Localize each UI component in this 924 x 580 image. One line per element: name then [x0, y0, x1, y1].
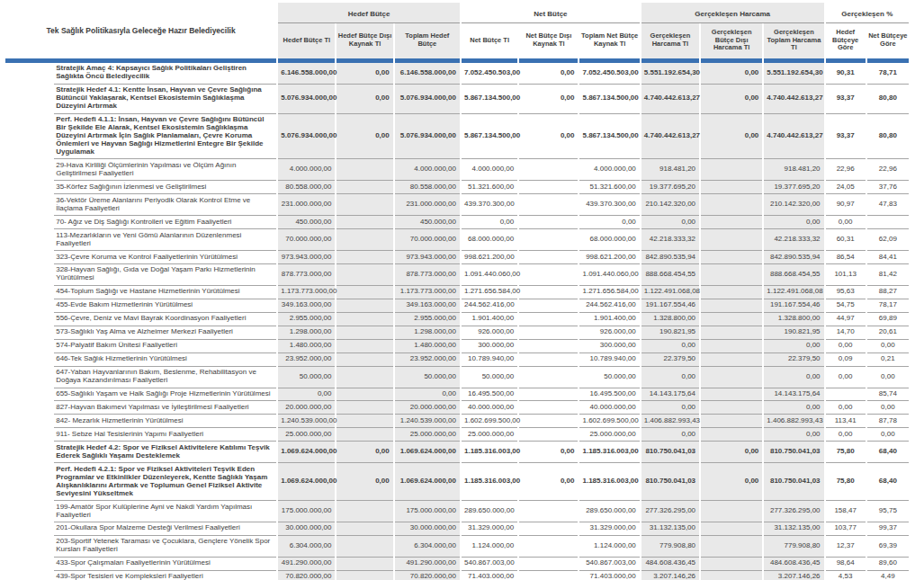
value-cell: 5.551.192.654,30 — [764, 63, 823, 85]
value-cell: 1.185.316.003,00 — [462, 442, 517, 463]
value-cell: 23.952.000,00 — [278, 353, 335, 367]
value-cell: 40.000.000,00 — [462, 401, 517, 415]
indent-cell — [5, 501, 52, 522]
row-label: Stratejik Hedef 4.1: Kentte İnsan, Hayva… — [54, 85, 276, 114]
summary-row: Perf. Hedefi 4.2.1: Spor ve Fiziksel Akt… — [5, 463, 909, 501]
value-cell: 0,00 — [764, 216, 823, 229]
indent-cell — [5, 326, 52, 340]
value-cell: 4,53 — [826, 571, 866, 580]
group-header-hedef-butce: Hedef Bütçe — [278, 3, 460, 23]
value-cell: 90,31 — [826, 63, 866, 85]
value-cell — [701, 251, 762, 264]
indent-cell — [5, 401, 52, 415]
row-label: 323-Çevre Koruma ve Kontrol Faaliyetleri… — [54, 251, 276, 264]
value-cell: 22,96 — [867, 159, 909, 181]
value-cell: 5.867.134.500,00 — [462, 114, 517, 160]
budget-table: Tek Sağlık Politikasıyla Geleceğe Hazır … — [4, 3, 911, 580]
indent-cell — [5, 264, 52, 286]
row-label: 842- Mezarlık Hizmetlerinin Yürütülmesi — [54, 415, 276, 428]
value-cell: 68,40 — [867, 442, 909, 463]
value-cell: 4.000.000,00 — [579, 159, 639, 181]
value-cell: 6.304.000,00 — [395, 536, 460, 558]
value-cell — [701, 388, 762, 402]
column-header-gerceklesen-butce-disi-harcama: Gerçekleşen Bütçe Dışı Harcama Tl — [701, 23, 762, 58]
value-cell: 25.000.000,00 — [579, 428, 639, 442]
summary-row: Stratejik Hedef 4.2: Spor ve Fiziksel Ak… — [5, 442, 909, 463]
group-header-gerceklesen-yuzde: Gerçekleşen % — [826, 3, 909, 23]
value-cell: 80.558.000,00 — [278, 181, 335, 194]
indent-cell — [5, 159, 52, 181]
value-cell: 51.321.600,00 — [462, 181, 517, 194]
value-cell: 103,77 — [826, 522, 866, 536]
value-cell: 231.000.000,00 — [395, 194, 460, 216]
value-cell — [519, 326, 578, 340]
value-cell: 0,00 — [701, 63, 762, 85]
value-cell: 62,09 — [867, 229, 909, 251]
value-cell: 6.146.558.000,00 — [395, 63, 460, 85]
value-cell — [336, 286, 392, 299]
value-cell — [701, 159, 762, 181]
value-cell: 80.558.000,00 — [395, 181, 460, 194]
value-cell: 0,00 — [826, 401, 866, 415]
value-cell: 0,00 — [336, 442, 392, 463]
value-cell: 22.379,50 — [641, 353, 699, 367]
value-cell: 878.773.000,00 — [395, 264, 460, 286]
column-header-net-butce-disi-kaynak: Net Bütçe Dışı Kaynak Tl — [519, 23, 578, 58]
value-cell: 12,37 — [826, 536, 866, 558]
value-cell: 810.750.041,03 — [641, 442, 699, 463]
value-cell: 810.750.041,03 — [641, 463, 699, 501]
value-cell: 0,00 — [701, 463, 762, 501]
value-cell — [701, 181, 762, 194]
indent-cell — [5, 463, 52, 501]
value-cell — [519, 264, 578, 286]
row-label: 647-Yaban Hayvanlarının Bakım, Beslenme,… — [54, 367, 276, 388]
value-cell: 0,00 — [641, 428, 699, 442]
value-cell: 0,00 — [336, 63, 392, 85]
row-label: 827-Hayvan Bakımevi Yapılması ve İyileşt… — [54, 401, 276, 415]
value-cell: 1.406.882.993,43 — [764, 415, 823, 428]
value-cell: 16.495.500,00 — [462, 388, 517, 402]
value-cell — [701, 501, 762, 522]
value-cell: 14.143.175,64 — [641, 388, 699, 402]
value-cell: 42.218.333,32 — [641, 229, 699, 251]
value-cell: 0,00 — [395, 388, 460, 402]
value-cell — [336, 401, 392, 415]
value-cell: 81,42 — [867, 264, 909, 286]
indent-cell — [5, 522, 52, 536]
indent-cell — [5, 286, 52, 299]
value-cell — [519, 229, 578, 251]
value-cell: 60,31 — [826, 229, 866, 251]
activity-row: 29-Hava Kirliliği Ölçümlerinin Yapılması… — [5, 159, 909, 181]
value-cell: 2.955.000,00 — [395, 313, 460, 326]
activity-row: 454-Toplum Sağlığı ve Hastane Hizmetleri… — [5, 286, 909, 299]
value-cell: 175.000.000,00 — [395, 501, 460, 522]
value-cell — [701, 326, 762, 340]
activity-row: 439-Spor Tesisleri ve Kompleksleri Faali… — [5, 571, 909, 580]
value-cell: 842.890.535,94 — [641, 251, 699, 264]
value-cell: 70.820.000,00 — [278, 571, 335, 580]
value-cell: 190.821,95 — [641, 326, 699, 340]
value-cell: 93,37 — [826, 85, 866, 114]
row-label: 911- Sebze Hal Tesislerinin Yapımı Faali… — [54, 428, 276, 442]
value-cell: 1.240.539.000,00 — [395, 415, 460, 428]
activity-row: 433-Spor Çalışmaları Faaliyetlerinin Yür… — [5, 558, 909, 571]
value-cell: 244.562.416,00 — [579, 299, 639, 313]
value-cell: 80,80 — [867, 85, 909, 114]
value-cell: 4.000.000,00 — [462, 159, 517, 181]
value-cell: 0,00 — [641, 340, 699, 353]
indent-cell — [5, 340, 52, 353]
value-cell — [336, 299, 392, 313]
value-cell: 191.167.554,46 — [764, 299, 823, 313]
row-label: 556-Çevre, Deniz ve Mavi Bayrak Koordina… — [54, 313, 276, 326]
value-cell: 0,00 — [701, 85, 762, 114]
value-cell: 1.122.491.068,08 — [641, 286, 699, 299]
value-cell — [701, 340, 762, 353]
column-header-toplam-hedef-butce: Toplam Hedef Bütçe — [395, 23, 460, 58]
value-cell: 0,00 — [764, 340, 823, 353]
column-header-hedef-butceye-gore: Hedef Bütçeye Göre — [826, 23, 866, 58]
value-cell: 540.867.003,00 — [579, 558, 639, 571]
value-cell: 926.000,00 — [462, 326, 517, 340]
value-cell: 0,00 — [826, 216, 866, 229]
value-cell — [701, 299, 762, 313]
value-cell: 50.000,00 — [395, 367, 460, 388]
